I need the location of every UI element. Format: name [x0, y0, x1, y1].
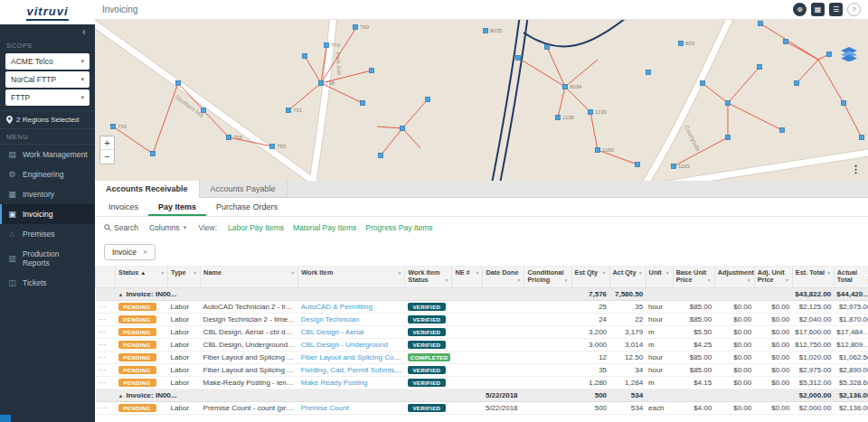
close-icon[interactable]: × — [143, 248, 147, 257]
col-header-est-total[interactable]: Est. Total▼ — [792, 267, 834, 287]
filter-icon[interactable]: ▼ — [397, 271, 401, 277]
filter-icon[interactable]: ▼ — [602, 271, 607, 277]
invoice-group-row[interactable]: ▲Invoice: IN00...5/22/2018500534$2,000.0… — [96, 389, 868, 401]
collapse-group-icon[interactable]: ▲ — [118, 292, 124, 297]
work-item-link[interactable]: Make Ready Posting — [301, 379, 368, 387]
col-header-name[interactable]: Name▼ — [201, 267, 298, 287]
split-layout-icon[interactable]: ▦ — [811, 3, 825, 16]
group-chip-row: Invoice × — [95, 238, 868, 267]
row-menu-icon[interactable]: ⋯ — [99, 379, 107, 387]
work-item-link[interactable]: Fielding, Cad, Permit Submission — [301, 366, 405, 374]
map-layers-button[interactable] — [841, 47, 857, 65]
sidebar-item-premises[interactable]: ⌂Premises — [0, 224, 95, 244]
tab-accounts-receivable[interactable]: Accounts Receivable — [95, 181, 200, 198]
regions-selected[interactable]: 2 Regions Selected — [0, 110, 95, 129]
sidebar-collapse-button[interactable]: ‹ — [0, 24, 95, 38]
group-base-unit-price — [673, 389, 714, 401]
work-item-link[interactable]: Premise Count — [301, 404, 349, 412]
work-item-link[interactable]: AutoCAD & Permitting — [301, 303, 373, 311]
unit-cell: hour — [646, 300, 673, 313]
filter-icon[interactable]: ▼ — [564, 278, 569, 284]
col-header-unit[interactable]: Unit▼ — [646, 267, 673, 287]
row-menu-cell: ⋯ — [96, 363, 116, 376]
col-header-est-qty[interactable]: Est Qty▼ — [571, 267, 609, 287]
subtab-purchase-orders[interactable]: Purchase Orders — [206, 198, 288, 216]
filter-icon[interactable]: ▼ — [707, 278, 712, 284]
col-header-date-done[interactable]: Date Done▼ — [483, 267, 524, 287]
globe-icon[interactable]: ⊕ — [793, 3, 807, 16]
scope-select-acme-telco[interactable]: ACME Telco▾ — [5, 53, 90, 70]
col-header-adj-unit-price[interactable]: Adj. Unit Price▼ — [754, 267, 792, 287]
subtab-pay-items[interactable]: Pay Items — [148, 198, 206, 216]
invoice-group-row[interactable]: ▲Invoice: IN00...7,5767,580.50$43,822.00… — [96, 287, 868, 300]
col-header-type[interactable]: Type▼ — [168, 267, 201, 287]
filter-icon[interactable]: ▼ — [160, 271, 165, 277]
col-header-conditional-pricing[interactable]: Conditional Pricing▼ — [524, 267, 571, 287]
brand-logo[interactable]: vitruvi — [0, 0, 95, 24]
pay-item-row[interactable]: ⋯PENDINGLaborFiber Layout and Splicing C… — [96, 351, 868, 363]
work-item-link[interactable]: CBL Design - Aerial — [301, 328, 364, 336]
scope-select-fttp[interactable]: FTTP▾ — [5, 89, 90, 106]
tab-accounts-payable[interactable]: Accounts Payable — [200, 181, 288, 197]
sidebar-item-work-management[interactable]: ▤Work Management — [0, 145, 95, 164]
row-menu-icon[interactable]: ⋯ — [99, 366, 107, 374]
row-menu-icon[interactable]: ⋯ — [99, 328, 107, 336]
map-panel[interactable]: Southern HillPark AveCourtyside736756755… — [95, 20, 868, 181]
columns-button[interactable]: Columns ▼ — [149, 223, 188, 232]
filter-icon[interactable]: ▼ — [665, 271, 670, 277]
pay-item-row[interactable]: ⋯PENDINGLaborPremise Count - count (prem… — [96, 401, 868, 414]
filter-icon[interactable]: ▼ — [444, 278, 448, 284]
search-button[interactable]: Search — [104, 223, 138, 232]
col-header-status[interactable]: Status ▲▼ — [116, 267, 168, 287]
name-cell: AutoCAD Technician 2 - time (hr) — [201, 300, 298, 313]
filter-icon[interactable]: ▼ — [290, 271, 295, 277]
pay-item-row[interactable]: ⋯PENDINGLaborDesign Technician 2 - time … — [96, 313, 868, 325]
scope-select-norcal-fttp[interactable]: NorCal FTTP▾ — [5, 71, 90, 88]
sidebar-item-engineering[interactable]: ⚙Engineering — [0, 164, 95, 184]
filter-icon[interactable]: ▼ — [517, 278, 522, 284]
map-more-button[interactable]: ⋮ — [851, 164, 861, 175]
filter-icon[interactable]: ▼ — [638, 271, 643, 277]
pay-item-row[interactable]: ⋯PENDINGLaborMake-Ready Posting - length… — [96, 376, 868, 389]
invoice-group-chip[interactable]: Invoice × — [104, 244, 156, 260]
pay-item-row[interactable]: ⋯PENDINGLaborCBL Design, Underground - c… — [96, 338, 868, 351]
sidebar-item-inventory[interactable]: ▦Inventory — [0, 184, 95, 204]
sidebar-item-invoicing[interactable]: ▣Invoicing — [0, 204, 95, 224]
row-menu-icon[interactable]: ⋯ — [99, 404, 107, 412]
zoom-out-button[interactable]: − — [100, 150, 114, 164]
work-item-link[interactable]: Fiber Layout and Splicing Configuration — [301, 353, 405, 361]
filter-icon[interactable]: ▼ — [475, 271, 479, 277]
table-layout-icon[interactable]: ☰ — [829, 3, 843, 16]
map-canvas[interactable]: Southern HillPark AveCourtyside736756755… — [95, 20, 868, 181]
col-header-work-item[interactable]: Work Item▼ — [298, 267, 405, 287]
row-menu-icon[interactable]: ⋯ — [99, 353, 107, 361]
work-item-link[interactable]: Design Technician — [301, 315, 360, 324]
pay-item-row[interactable]: ⋯PENDINGLaborAutoCAD Technician 2 - time… — [96, 300, 868, 313]
filter-icon[interactable]: ▼ — [193, 271, 197, 277]
help-icon[interactable]: ? — [847, 3, 861, 16]
col-header-actual-total[interactable]: Actual Total▼ — [834, 267, 868, 287]
row-menu-icon[interactable]: ⋯ — [99, 341, 107, 349]
row-menu-icon[interactable]: ⋯ — [99, 303, 107, 311]
filter-icon[interactable]: ▼ — [785, 278, 789, 284]
col-header-work-item-status[interactable]: Work Item Status▼ — [405, 267, 452, 287]
work-item-status-cell: VERIFIED — [405, 300, 452, 313]
sidebar-item-tickets[interactable]: ◫Tickets — [0, 273, 95, 293]
zoom-in-button[interactable]: + — [100, 136, 114, 150]
subtab-invoices[interactable]: Invoices — [99, 198, 148, 216]
sidebar-item-production-reports[interactable]: ▥Production Reports — [0, 244, 95, 273]
pay-item-row[interactable]: ⋯PENDINGLaborFiber Layout and Splicing C… — [96, 363, 868, 376]
filter-icon[interactable]: ▼ — [747, 278, 751, 284]
col-header-act-qty[interactable]: Act Qty▼ — [609, 267, 646, 287]
col-header-adjustment[interactable]: Adjustment▼ — [714, 267, 754, 287]
col-header-base-unit-price[interactable]: Base Unit Price▼ — [673, 267, 714, 287]
view-link-material-pay-items[interactable]: Material Pay Items — [293, 223, 356, 232]
collapse-group-icon[interactable]: ▲ — [118, 393, 124, 399]
view-link-progress-pay-items[interactable]: Progress Pay Items — [365, 223, 432, 232]
filter-icon[interactable]: ▼ — [826, 271, 831, 277]
col-header-ne[interactable]: NE #▼ — [452, 267, 483, 287]
row-menu-icon[interactable]: ⋯ — [99, 315, 107, 324]
work-item-link[interactable]: CBL Design - Underground — [301, 341, 388, 349]
pay-item-row[interactable]: ⋯PENDINGLaborCBL Design, Aerial - cbl de… — [96, 325, 868, 338]
view-link-labor-pay-items[interactable]: Labor Pay Items — [228, 223, 284, 232]
